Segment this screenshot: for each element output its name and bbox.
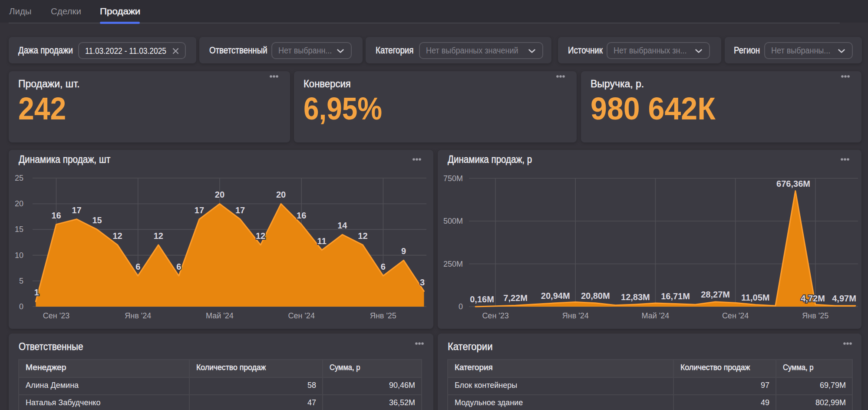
svg-text:Сен '24: Сен '24 — [288, 311, 314, 320]
svg-text:1: 1 — [34, 288, 39, 297]
svg-text:20: 20 — [276, 190, 286, 199]
svg-text:4,97М: 4,97М — [832, 294, 856, 303]
svg-text:16,71М: 16,71М — [661, 291, 690, 301]
svg-text:Май '24: Май '24 — [206, 311, 234, 320]
svg-text:500М: 500М — [443, 217, 463, 225]
svg-text:12,83М: 12,83М — [621, 292, 650, 302]
svg-text:16: 16 — [51, 211, 61, 220]
svg-text:20,94М: 20,94М — [541, 291, 570, 301]
svg-text:10: 10 — [15, 251, 23, 260]
svg-text:15: 15 — [92, 215, 102, 225]
svg-text:20: 20 — [215, 190, 224, 199]
svg-text:11,05М: 11,05М — [741, 293, 770, 302]
svg-text:28,27М: 28,27М — [701, 290, 730, 299]
svg-text:6: 6 — [135, 262, 140, 271]
svg-text:676,36М: 676,36М — [776, 179, 810, 188]
svg-text:6: 6 — [381, 262, 386, 271]
svg-text:14: 14 — [337, 221, 347, 230]
svg-text:25: 25 — [15, 174, 23, 182]
svg-text:20: 20 — [15, 199, 23, 208]
svg-text:250М: 250М — [443, 260, 463, 268]
svg-text:11: 11 — [317, 236, 327, 246]
svg-text:Янв '24: Янв '24 — [125, 311, 151, 320]
svg-text:3: 3 — [420, 278, 425, 287]
svg-text:0,16М: 0,16М — [470, 294, 494, 304]
svg-text:9: 9 — [401, 246, 406, 256]
svg-text:12: 12 — [358, 231, 367, 241]
svg-text:750М: 750М — [443, 174, 463, 183]
svg-text:0: 0 — [459, 302, 463, 311]
svg-text:6: 6 — [176, 262, 181, 271]
svg-text:0: 0 — [19, 302, 23, 311]
svg-text:15: 15 — [15, 225, 23, 234]
svg-text:Сен '23: Сен '23 — [482, 311, 508, 320]
svg-text:Сен '23: Сен '23 — [43, 311, 69, 320]
svg-text:17: 17 — [195, 205, 204, 215]
svg-text:Янв '25: Янв '25 — [370, 311, 396, 320]
svg-text:Сен '24: Сен '24 — [722, 311, 749, 320]
svg-text:Янв '25: Янв '25 — [802, 311, 828, 320]
svg-text:20,80М: 20,80М — [581, 291, 610, 301]
svg-text:17: 17 — [72, 205, 81, 215]
svg-text:7,22М: 7,22М — [503, 293, 528, 303]
svg-text:12: 12 — [112, 231, 122, 241]
svg-text:16: 16 — [297, 211, 306, 220]
svg-text:Янв '24: Янв '24 — [562, 311, 589, 320]
svg-text:Май '24: Май '24 — [642, 311, 670, 320]
svg-text:17: 17 — [235, 205, 245, 215]
svg-text:12: 12 — [154, 231, 163, 241]
svg-text:5: 5 — [19, 277, 23, 285]
svg-text:12: 12 — [256, 231, 265, 241]
svg-text:4,72М: 4,72М — [801, 294, 825, 303]
